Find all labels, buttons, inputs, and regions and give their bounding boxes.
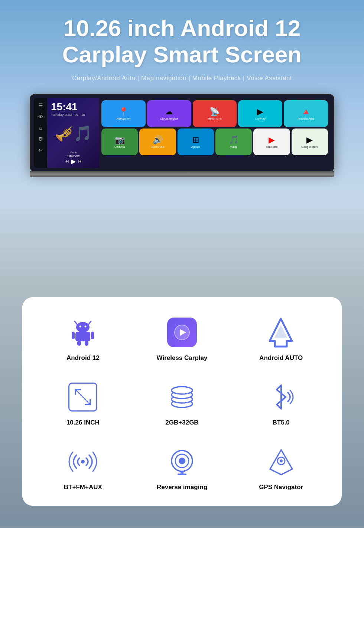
music-app-icon: 🎵 — [229, 136, 239, 144]
carplay-icon-wrap — [165, 316, 199, 349]
screen-size-icon-wrap — [66, 380, 100, 414]
features-section: Android 12 Wireless Carplay — [0, 282, 364, 528]
svg-point-3 — [79, 326, 81, 328]
screen-stand — [30, 171, 334, 177]
svg-rect-6 — [72, 332, 75, 339]
eye-icon: 👁 — [38, 114, 43, 120]
android-auto-icon-wrap — [264, 316, 298, 349]
app-android-auto[interactable]: 🔺 Android Auto — [284, 100, 328, 127]
storage-label: 2GB+32GB — [165, 419, 198, 426]
music-controls: ⏮ ▶ ⏭ — [51, 158, 96, 165]
app-carplay[interactable]: ▶ CarPlay — [238, 100, 282, 127]
app-navigation[interactable]: 📍 Navigation — [101, 100, 146, 127]
feature-android-auto: Android AUTO — [235, 316, 327, 362]
svg-rect-7 — [91, 332, 94, 339]
next-btn[interactable]: ⏭ — [78, 159, 82, 164]
android-auto-label: Android AUTO — [259, 354, 303, 362]
back-icon: ↩ — [38, 147, 43, 153]
music-label: Music — [51, 151, 96, 154]
svg-line-18 — [76, 390, 90, 404]
reverse-imaging-label: Reverse imaging — [157, 484, 207, 491]
svg-rect-28 — [178, 474, 186, 475]
menu-icon: ☰ — [38, 103, 43, 108]
android12-icon-wrap — [66, 316, 100, 349]
music-name: Unknow — [51, 154, 96, 158]
app-music[interactable]: 🎵 Music — [215, 129, 252, 155]
android12-label: Android 12 — [66, 354, 100, 362]
screen-left-panel: 15:41 Tuesday 2023 · 07 · 18 🎺🎵 Music Un… — [47, 98, 99, 168]
gps-icon — [266, 447, 296, 477]
applist-icon: ⊞ — [192, 136, 199, 144]
camera-reverse-icon — [167, 447, 197, 477]
gps-icon-wrap — [264, 445, 298, 478]
nav-icon: 📍 — [118, 108, 129, 116]
app-audio-out[interactable]: 🔊 Audio Out — [139, 129, 176, 155]
feature-reverse-imaging: Reverse imaging — [136, 445, 228, 491]
screen-time: 15:41 — [51, 102, 96, 112]
feature-storage: 2GB+32GB — [136, 380, 228, 426]
svg-rect-8 — [77, 341, 81, 346]
svg-rect-9 — [85, 341, 88, 346]
svg-point-23 — [81, 460, 85, 464]
svg-point-30 — [280, 459, 283, 462]
screen-apps: 📍 Navigation ☁ Cloud service 📡 Mirror Li… — [99, 98, 330, 168]
bt-fm-aux-icon-wrap — [66, 445, 100, 478]
cloud-icon: ☁ — [165, 108, 173, 116]
mirror-icon: 📡 — [209, 108, 220, 116]
android-auto-icon: 🔺 — [301, 108, 311, 116]
features-card: Android 12 Wireless Carplay — [22, 297, 342, 506]
youtube-icon: ▶ — [269, 136, 275, 144]
camera-app-icon: 📷 — [115, 136, 125, 144]
app-cloud-service[interactable]: ☁ Cloud service — [147, 100, 191, 127]
feature-gps: GPS Navigator — [235, 445, 327, 491]
bt-fm-aux-label: BT+FM+AUX — [64, 484, 102, 491]
app-row-1: 📍 Navigation ☁ Cloud service 📡 Mirror Li… — [101, 100, 328, 127]
feature-android12: Android 12 — [37, 316, 129, 362]
android12-icon — [68, 318, 98, 347]
gps-label: GPS Navigator — [259, 484, 303, 491]
bluetooth-icon — [266, 382, 296, 412]
app-google-store[interactable]: ▶ Google store — [292, 129, 328, 155]
svg-point-2 — [76, 322, 90, 332]
wireless-carplay-label: Wireless Carplay — [157, 354, 208, 362]
screen-sidebar: ☰ 👁 ⌂ ⚙ ↩ — [34, 98, 47, 168]
carplay-play-icon — [173, 323, 191, 342]
app-camera[interactable]: 📷 Camera — [101, 129, 138, 155]
svg-point-4 — [85, 326, 87, 328]
reverse-icon-wrap — [165, 445, 199, 478]
app-row-2: 📷 Camera 🔊 Audio Out ⊞ Applist 🎵 — [101, 129, 328, 155]
play-btn[interactable]: ▶ — [71, 158, 76, 165]
carplay-icon: ▶ — [257, 108, 263, 116]
svg-line-1 — [88, 321, 91, 325]
svg-point-26 — [179, 458, 185, 464]
google-play-icon: ▶ — [306, 136, 313, 144]
settings-icon: ⚙ — [38, 136, 43, 142]
android-auto-icon — [265, 317, 297, 348]
app-youtube[interactable]: ▶ YouTuBe — [253, 129, 290, 155]
hero-section: 10.26 inch Android 12 Carplay Smart Scre… — [0, 0, 364, 282]
bt5-icon-wrap — [264, 380, 298, 414]
feature-wireless-carplay: Wireless Carplay — [136, 316, 228, 362]
car-screen: ☰ 👁 ⌂ ⚙ ↩ 15:41 Tuesday 2023 · 07 · 18 🎺… — [30, 94, 334, 172]
app-mirror-link[interactable]: 📡 Mirror Link — [193, 100, 237, 127]
hero-title: 10.26 inch Android 12 Carplay Smart Scre… — [62, 15, 302, 68]
car-screen-wrapper: ☰ 👁 ⌂ ⚙ ↩ 15:41 Tuesday 2023 · 07 · 18 🎺… — [30, 94, 334, 177]
fm-aux-icon — [66, 447, 100, 477]
carplay-bg — [167, 318, 197, 347]
hero-subtitle: Carplay/Android Auto | Map navigation | … — [72, 75, 292, 82]
bt5-label: BT5.0 — [273, 419, 290, 426]
audio-icon: 🔊 — [153, 136, 163, 144]
screen-size-icon — [68, 383, 97, 412]
expand-icon — [74, 388, 92, 406]
screen-date: Tuesday 2023 · 07 · 18 — [51, 113, 96, 117]
screen-size-label: 10.26 INCH — [66, 419, 100, 426]
layers-icon — [167, 382, 197, 412]
svg-point-22 — [172, 387, 192, 394]
feature-bt-fm-aux: BT+FM+AUX — [37, 445, 129, 491]
prev-btn[interactable]: ⏮ — [65, 159, 69, 164]
app-applist[interactable]: ⊞ Applist — [178, 129, 214, 155]
storage-icon-wrap — [165, 380, 199, 414]
feature-bt5: BT5.0 — [235, 380, 327, 426]
svg-rect-5 — [75, 332, 90, 341]
feature-screen-size: 10.26 INCH — [37, 380, 129, 426]
